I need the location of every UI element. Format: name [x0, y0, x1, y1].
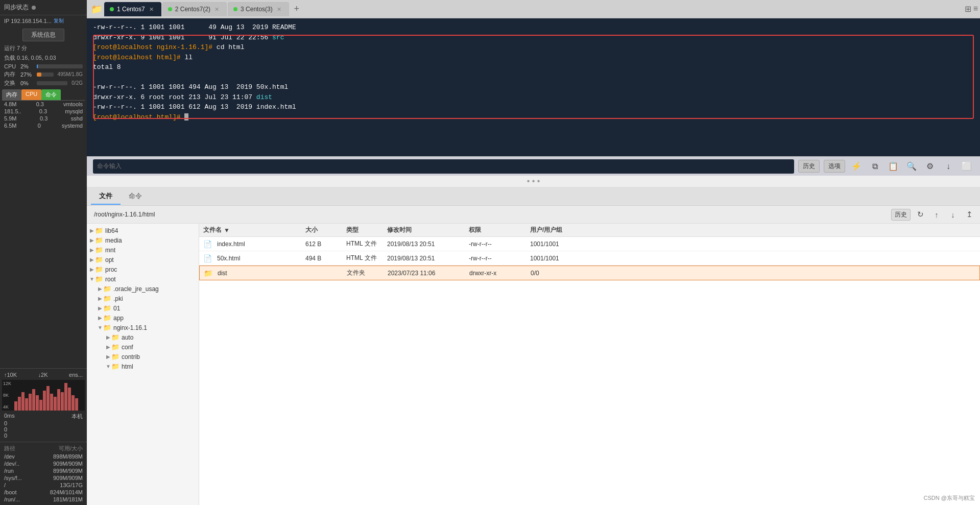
- cmd-input[interactable]: [97, 163, 790, 170]
- net-y-12k: 12K: [3, 381, 11, 386]
- tree-folder-icon: 📁: [95, 246, 103, 254]
- tree-folder-icon: 📁: [95, 236, 103, 244]
- terminal-area[interactable]: -rw-r--r--. 1 1001 1001 49 Aug 13 2019 R…: [87, 18, 980, 156]
- tree-toggle[interactable]: ▶: [89, 257, 95, 262]
- tree-item[interactable]: ▶📁proc: [87, 264, 199, 274]
- history-button[interactable]: 历史: [798, 160, 820, 173]
- tree-item[interactable]: ▶📁contrib: [87, 352, 199, 362]
- file-manager: 文件 命令 /root/nginx-1.16.1/html 历史 ↻ ↑ ↓ ↥…: [87, 187, 980, 505]
- tree-item-label: 01: [113, 305, 120, 312]
- tree-toggle[interactable]: ▶: [105, 334, 111, 340]
- add-tab-button[interactable]: +: [290, 3, 303, 16]
- tree-toggle[interactable]: ▶: [89, 267, 95, 272]
- disk-path: /sys/f...: [4, 475, 22, 481]
- tree-toggle[interactable]: ▶: [89, 247, 95, 253]
- file-row[interactable]: 📄 50x.html 494 B HTML 文件 2019/08/13 20:5…: [199, 251, 980, 266]
- net-bar: [25, 398, 28, 411]
- tab-close-button[interactable]: ✕: [277, 6, 281, 13]
- terminal-line-7: drwxr-xr-x. 6 root root 213 Jul 23 11:07…: [93, 92, 974, 103]
- expand-icon[interactable]: ⬜: [960, 159, 974, 174]
- tab-label: 2 Centos7(2): [175, 6, 210, 13]
- tree-item[interactable]: ▶📁app: [87, 313, 199, 323]
- tree-toggle[interactable]: ▶: [105, 344, 111, 350]
- tree-toggle[interactable]: ▶: [97, 296, 103, 301]
- download-icon[interactable]: ↓: [941, 159, 955, 174]
- net-header: ↑10K ↓2K ens...: [0, 371, 87, 379]
- tab-close-button[interactable]: ✕: [214, 6, 219, 13]
- process-item: 181.5..0.3mysqld: [0, 108, 87, 115]
- fm-up-icon[interactable]: ↑: [930, 208, 943, 221]
- gear-icon[interactable]: ⚙: [923, 159, 937, 174]
- disk-col-available: 可用/大小: [59, 445, 83, 452]
- tree-item[interactable]: ▶📁.pki: [87, 294, 199, 303]
- tree-item[interactable]: ▶📁opt: [87, 255, 199, 264]
- tree-toggle[interactable]: ▼: [105, 364, 111, 369]
- latency-val2: 0: [4, 426, 83, 432]
- tab-cpu[interactable]: CPU: [21, 89, 41, 100]
- tree-item[interactable]: ▶📁mnt: [87, 245, 199, 255]
- sysinfo-button[interactable]: 系统信息: [22, 29, 64, 41]
- tab-mem[interactable]: 内存: [2, 89, 21, 100]
- fm-download-icon[interactable]: ↓: [946, 208, 960, 221]
- tree-item-label: lib64: [105, 227, 118, 234]
- search-icon[interactable]: 🔍: [904, 159, 919, 174]
- tree-item[interactable]: ▶📁lib64: [87, 226, 199, 235]
- tree-folder-icon: 📁: [111, 363, 119, 370]
- tree-toggle[interactable]: ▶: [89, 237, 95, 243]
- tree-item[interactable]: ▶📁media: [87, 235, 199, 245]
- file-row[interactable]: 📁 dist 文件夹 2023/07/23 11:06 drwxr-xr-x 0…: [199, 266, 980, 280]
- col-user: 用户/用户组: [530, 226, 591, 234]
- lightning-icon[interactable]: ⚡: [849, 159, 864, 174]
- fm-upload-icon[interactable]: ↥: [963, 208, 976, 221]
- cmd-input-area[interactable]: [93, 159, 794, 174]
- cpu-progress-bar: [37, 64, 83, 68]
- terminal-line-4: total 8: [93, 62, 974, 73]
- tree-folder-icon: 📁: [95, 266, 103, 273]
- fm-tab-commands[interactable]: 命令: [121, 188, 150, 205]
- tree-toggle[interactable]: ▶: [105, 354, 111, 359]
- tab-tab1[interactable]: 1 Centos7✕: [104, 2, 161, 16]
- tree-toggle[interactable]: ▼: [97, 325, 103, 330]
- tab-dot: [110, 7, 114, 11]
- cpu-label: CPU: [4, 63, 18, 69]
- tree-item[interactable]: ▶📁01: [87, 303, 199, 313]
- tab-tab2[interactable]: 2 Centos7(2)✕: [162, 2, 227, 16]
- tree-item[interactable]: ▶📁conf: [87, 342, 199, 352]
- process-item: 5.9M0.3sshd: [0, 115, 87, 122]
- grid-icon[interactable]: ⊞: [965, 4, 971, 14]
- net-bar: [50, 394, 53, 411]
- tab-tab3[interactable]: 3 Centos(3)✕: [228, 2, 289, 16]
- disk-path: /run/...: [4, 496, 20, 502]
- tree-folder-icon: 📁: [103, 295, 111, 302]
- options-button[interactable]: 选项: [824, 160, 845, 173]
- file-col-modified: 2019/08/13 20:51: [387, 241, 469, 248]
- disk-item: /run/...181M/181M: [0, 496, 87, 503]
- menu-icon[interactable]: ≡: [973, 4, 978, 14]
- tree-toggle[interactable]: ▶: [97, 315, 103, 321]
- disk-path: /dev/..: [4, 461, 19, 467]
- folder-icon-button[interactable]: 📁: [89, 2, 104, 17]
- tree-item[interactable]: ▶📁.oracle_jre_usag: [87, 284, 199, 294]
- fm-history-button[interactable]: 历史: [891, 209, 911, 221]
- process-cpu: 0.3: [40, 115, 47, 122]
- net-section: ↑10K ↓2K ens... 12K 8K 4K: [0, 368, 87, 442]
- tree-toggle[interactable]: ▶: [97, 305, 103, 311]
- col-name-label: 文件名: [203, 226, 222, 234]
- fm-refresh-icon[interactable]: ↻: [914, 208, 927, 221]
- tree-toggle[interactable]: ▶: [97, 286, 103, 292]
- tree-item[interactable]: ▼📁html: [87, 362, 199, 371]
- fm-tab-files[interactable]: 文件: [91, 188, 121, 205]
- tree-toggle[interactable]: ▼: [89, 276, 95, 282]
- tree-item[interactable]: ▶📁auto: [87, 332, 199, 342]
- sync-label: 同步状态: [4, 3, 29, 12]
- file-icon[interactable]: 📋: [886, 159, 900, 174]
- tab-cmd[interactable]: 命令: [41, 89, 61, 100]
- tree-item[interactable]: ▼📁nginx-1.16.1: [87, 323, 199, 332]
- fm-content: ▶📁lib64▶📁media▶📁mnt▶📁opt▶📁proc▼📁root▶📁.o…: [87, 224, 980, 505]
- tree-toggle[interactable]: ▶: [89, 228, 95, 233]
- tab-close-button[interactable]: ✕: [149, 6, 154, 13]
- file-row[interactable]: 📄 index.html 612 B HTML 文件 2019/08/13 20…: [199, 237, 980, 251]
- tree-item[interactable]: ▼📁root: [87, 274, 199, 284]
- copy-ip-button[interactable]: 复制: [54, 17, 64, 25]
- copy-icon[interactable]: ⧉: [868, 159, 882, 174]
